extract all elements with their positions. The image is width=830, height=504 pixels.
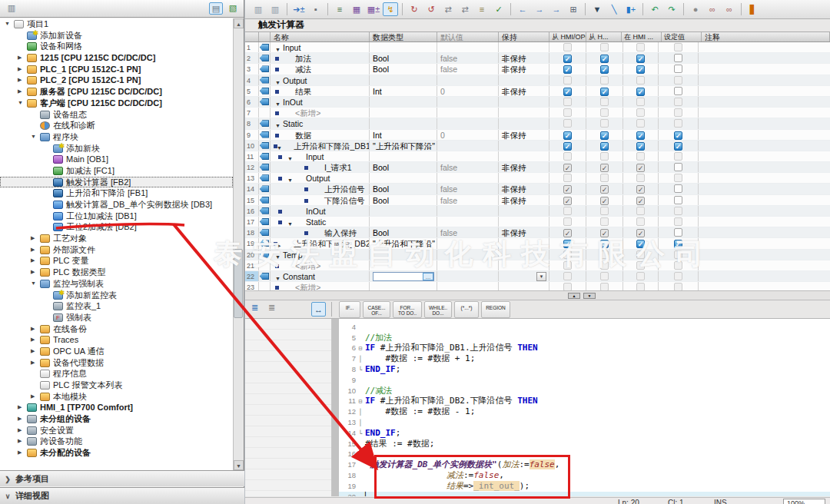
expand-icon[interactable]: ▶ [31,244,35,256]
collapse-icon[interactable]: ▼ [5,18,10,30]
checkbox[interactable] [674,54,682,62]
retain-cell[interactable]: 非保持 [499,86,549,96]
details-view-bar[interactable]: ∨详细视图 [0,487,244,504]
indent-icon[interactable]: ▼ [589,2,605,16]
name-cell[interactable]: ▼Input [271,42,370,52]
retain-cell[interactable]: ▼ [499,271,549,281]
collapse-icon[interactable]: ▼ [287,219,293,227]
checkbox[interactable]: ✓ [563,65,572,74]
datatype-cell[interactable] [370,206,437,216]
retain-cell[interactable] [499,282,549,290]
step-in-icon[interactable]: → [549,2,564,16]
go-online-icon[interactable]: ↶ [647,2,662,16]
check-consistency-icon[interactable]: ✓ [491,2,506,16]
table-row[interactable]: 8▼Static [245,118,830,129]
checkbox[interactable] [674,65,682,73]
column-header[interactable]: 默认值 [437,32,499,41]
name-cell[interactable]: ▼Output [271,75,370,85]
outline-icon[interactable]: ≡ [332,2,347,16]
tree-item[interactable]: ✱添加新设备 [0,30,233,41]
checkbox[interactable]: ✓ [674,240,682,248]
tree-item[interactable]: ▶服务器 [CPU 1215C DC/DC/DC] [0,86,233,98]
datatype-cell[interactable] [370,260,437,270]
retain-cell[interactable] [499,260,549,270]
table-row[interactable]: 19▶上升沿和下降沿_DB2"上升沿和下降沿"✓✓✓✓ [245,238,830,249]
expand-icon[interactable]: ▶ [18,436,22,447]
retain-cell[interactable] [499,250,549,260]
column-header[interactable]: 数据类型 [370,32,437,41]
expand-icon[interactable]: ▶ [31,267,35,278]
name-cell[interactable]: 上升沿信号 [271,184,370,194]
scroll-thumb[interactable] [234,249,243,318]
name-cell[interactable]: ▼Output [271,173,370,183]
default-value-cell[interactable]: false [437,53,499,63]
collapse-icon[interactable]: ▼ [18,98,23,109]
default-value-cell[interactable] [437,141,499,151]
tree-item-selected[interactable]: 触发计算器 [FB2] [0,177,233,188]
table-row[interactable]: 18输入保持Boolfalse非保持✓✓✓ [245,227,830,238]
column-header[interactable]: 保持 [499,32,549,41]
scroll-down-icon[interactable]: ▼ [234,460,244,470]
default-value-cell[interactable] [437,271,499,281]
checkbox[interactable]: ✓ [636,185,645,194]
default-value-cell[interactable] [437,282,499,290]
scroll-down-icon[interactable]: ▼ [583,293,596,299]
default-value-cell[interactable]: 0 [437,130,499,140]
datatype-cell[interactable]: … [370,271,437,281]
redo-call-icon[interactable]: ↺ [423,2,439,16]
retain-cell[interactable]: 非保持 [499,227,549,237]
reference-projects-bar[interactable]: ❯参考项目 [0,470,244,486]
name-cell[interactable]: ▼Constant [271,271,370,281]
name-cell[interactable]: <新增> [271,282,370,290]
checkbox[interactable]: ✓ [563,142,572,151]
comment-cell[interactable] [699,238,830,248]
code-line[interactable]: 9 [339,375,830,386]
tree-item[interactable]: ▼项目1 [0,18,233,30]
retain-cell[interactable] [499,151,549,161]
tree-item[interactable]: ▶PLC_1 [CPU 1512C-1 PN] [0,64,233,75]
checkbox[interactable]: ✓ [600,229,609,237]
collapse-icon[interactable]: ▼ [287,154,293,161]
comment-cell[interactable] [699,53,830,63]
checkbox[interactable]: ✓ [600,131,609,140]
comment-cell[interactable] [699,217,830,227]
comment-cell[interactable] [699,184,830,194]
collapse-icon[interactable]: ▼ [275,99,281,107]
datatype-cell[interactable]: "上升沿和下降沿" [370,141,437,151]
datatype-cell[interactable] [370,151,437,161]
datatype-cell[interactable]: Bool [370,64,437,74]
expand-icon[interactable]: ▶ [31,346,35,357]
name-cell[interactable]: 输入保持 [271,227,370,237]
expand-icon[interactable]: ▶ [18,413,22,425]
retain-cell[interactable] [499,118,549,128]
table-row[interactable]: 4▼Output [245,75,830,86]
checkbox[interactable]: ✓ [674,142,682,151]
snapshot-icon[interactable]: ∞ [705,2,720,16]
table-row[interactable]: 3减法Boolfalse非保持✓✓✓ [245,64,830,75]
comment-cell[interactable] [699,260,830,270]
retain-cell[interactable] [499,97,549,107]
collapse-icon[interactable]: ▼ [31,131,36,143]
name-cell[interactable]: 减法 [271,64,370,74]
expand-icon[interactable]: ▶ [31,255,35,267]
tree-item[interactable]: ▼程序块 [0,131,233,143]
goto-network-icon[interactable]: ➔± [291,2,307,16]
checkbox[interactable]: ✓ [600,88,609,96]
snapshot2-icon[interactable]: ∞ [722,2,737,16]
collapse-icon[interactable]: ▼ [277,143,282,151]
scroll-up-icon[interactable]: ▲ [234,18,244,28]
expand-icon[interactable]: ▶ [18,64,22,75]
datatype-cell[interactable]: Bool [370,184,437,194]
checkbox[interactable]: ✓ [674,131,682,140]
tree-item[interactable]: ▶OPC UA 通信 [0,346,233,357]
checkbox[interactable]: ✓ [636,229,645,237]
tree-scrollbar[interactable]: ▲ ▼ [233,18,244,470]
tree-item[interactable]: ✱添加新监控表 [0,290,233,301]
grid-icon[interactable]: ⊞ [566,2,581,16]
comment-cell[interactable] [699,282,830,290]
name-cell[interactable]: ▶上升沿和下降沿_DB2 [271,238,370,248]
datatype-cell[interactable]: Bool [370,53,437,63]
retain-cell[interactable] [499,141,549,151]
collapse-icon[interactable]: ▼ [275,274,281,281]
comment-cell[interactable] [699,162,830,172]
